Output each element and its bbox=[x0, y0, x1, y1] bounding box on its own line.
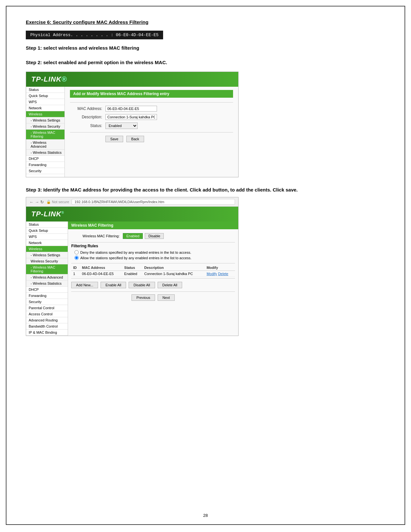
mac-address-label: MAC Address: bbox=[70, 106, 105, 111]
sidebar2-security[interactable]: Security bbox=[26, 299, 68, 305]
sidebar2-wireless-advanced[interactable]: - Wireless Advanced bbox=[26, 274, 68, 281]
sidebar-status-1[interactable]: Status bbox=[26, 87, 64, 93]
cell-mac: 06-E0-4D-04-EE-E5 bbox=[80, 271, 122, 277]
sidebar-network-1[interactable]: Network bbox=[26, 105, 64, 111]
router-main-2: Wireless MAC Filtering Wireless MAC Filt… bbox=[68, 222, 238, 336]
sidebar-security-1[interactable]: Security bbox=[26, 168, 64, 174]
forward-nav-btn[interactable]: → bbox=[35, 200, 39, 204]
sidebar2-wireless-mac[interactable]: - Wireless MAC Filtering bbox=[26, 264, 68, 274]
action-buttons: Add New... Enable All Disable All Delete… bbox=[71, 282, 235, 288]
delete-all-button[interactable]: Delete All bbox=[158, 282, 182, 288]
sidebar2-wireless-security[interactable]: Wireless Security bbox=[26, 258, 68, 264]
add-new-button[interactable]: Add New... bbox=[71, 282, 98, 288]
sidebar-forwarding-1[interactable]: Forwarding bbox=[26, 162, 64, 168]
col-status: Status bbox=[122, 265, 142, 271]
reload-nav-btn[interactable]: ↻ bbox=[40, 200, 44, 204]
next-button[interactable]: Next bbox=[158, 294, 175, 301]
sidebar-wireless-stats-1[interactable]: - Wireless Statistics bbox=[26, 150, 64, 156]
table-row: 1 06-E0-4D-04-EE-E5 Enabled Connection 1… bbox=[71, 271, 235, 277]
sidebar2-bandwidth[interactable]: Bandwidth Control bbox=[26, 323, 68, 330]
mac-table: ID MAC Address Status Description Modify… bbox=[71, 265, 235, 277]
nav-buttons: Previous Next bbox=[71, 294, 236, 301]
cell-status: Enabled bbox=[122, 271, 142, 277]
browser-bar: ← → ↻ 🔓 Not secure 192.168.0.1/BNZRHFFAW… bbox=[26, 197, 238, 207]
page-number: 28 bbox=[203, 513, 208, 518]
router-header-1: TP-LINK® bbox=[26, 72, 238, 87]
router-sidebar-2: Status Quick Setup WPS Network Wireless … bbox=[26, 222, 68, 336]
description-input[interactable] bbox=[105, 114, 157, 120]
sidebar-wireless-security-1[interactable]: - Wireless Security bbox=[26, 123, 64, 130]
modify-link[interactable]: Modify bbox=[207, 272, 217, 276]
status-label: Status: bbox=[70, 123, 105, 128]
col-description: Description bbox=[142, 265, 204, 271]
sidebar-wireless-1[interactable]: Wireless bbox=[26, 111, 64, 117]
router-ui-1: TP-LINK® Status Quick Setup WPS Network … bbox=[26, 72, 239, 177]
enabled-button[interactable]: Enabled bbox=[123, 233, 143, 239]
url-bar[interactable]: 192.168.0.1/BNZRHFFAWUWDlLDA/userRpm/Ind… bbox=[72, 199, 235, 205]
sidebar2-wireless[interactable]: Wireless bbox=[26, 246, 68, 252]
mac-filter-title: Wireless MAC Filtering bbox=[68, 222, 238, 229]
browser-chrome: ← → ↻ 🔓 Not secure 192.168.0.1/BNZRHFFAW… bbox=[26, 197, 239, 336]
cell-modify[interactable]: Modify Delete bbox=[205, 271, 235, 277]
delete-link[interactable]: Delete bbox=[218, 272, 228, 276]
enable-all-button[interactable]: Enable All bbox=[101, 282, 126, 288]
sidebar-wireless-advanced-1[interactable]: - Wireless Advanced bbox=[26, 140, 64, 150]
not-secure-label: 🔓 Not secure bbox=[46, 200, 69, 204]
sidebar2-dhcp[interactable]: DHCP bbox=[26, 287, 68, 293]
tp-text: TP-LINK bbox=[31, 75, 62, 83]
router-main-1: Add or Modify Wireless MAC Address Filte… bbox=[65, 87, 238, 177]
disable-button[interactable]: Disable bbox=[145, 233, 164, 239]
sidebar2-wps[interactable]: WPS bbox=[26, 234, 68, 240]
sidebar2-status[interactable]: Status bbox=[26, 222, 68, 228]
back-button-1[interactable]: Back bbox=[126, 136, 144, 142]
sidebar-quicksetup-1[interactable]: Quick Setup bbox=[26, 93, 64, 99]
mac-table-section: ID MAC Address Status Description Modify… bbox=[68, 265, 238, 277]
sidebar2-access-control[interactable]: Access Control bbox=[26, 311, 68, 317]
sidebar2-wireless-stats[interactable]: - Wireless Statistics bbox=[26, 281, 68, 287]
deny-rule-text: Deny the stations specified by any enabl… bbox=[80, 251, 191, 254]
cmd-block: Physical Address. . . . . . . . : 06-E0-… bbox=[26, 31, 163, 39]
save-button-1[interactable]: Save bbox=[105, 136, 123, 142]
col-mac: MAC Address bbox=[80, 265, 122, 271]
tplink-brand-2: TP-LINK bbox=[31, 210, 62, 218]
col-modify: Modify bbox=[205, 265, 235, 271]
status-select[interactable]: Enabled Disabled bbox=[105, 123, 138, 129]
filtering-rules-title: Filtering Rules bbox=[71, 244, 235, 248]
sidebar2-quicksetup[interactable]: Quick Setup bbox=[26, 228, 68, 234]
sidebar2-network[interactable]: Network bbox=[26, 240, 68, 246]
sidebar2-wireless-settings[interactable]: - Wireless Settings bbox=[26, 252, 68, 258]
sidebar-dhcp-1[interactable]: DHCP bbox=[26, 156, 64, 162]
cell-id: 1 bbox=[71, 271, 80, 277]
sidebar2-ip-mac[interactable]: IP & MAC Binding bbox=[26, 330, 68, 336]
deny-radio[interactable] bbox=[74, 250, 79, 254]
router-header-2: TP-LINK® bbox=[26, 207, 238, 222]
disable-all-button[interactable]: Disable All bbox=[129, 282, 155, 288]
step2-title: Step 2: select enabled and permit option… bbox=[26, 60, 385, 65]
exercise-title: Exercise 6: Security configure MAC Addre… bbox=[26, 19, 385, 25]
sidebar2-parental[interactable]: Parental Control bbox=[26, 305, 68, 311]
step1-title: Step 1: select wireless and wireless MAC… bbox=[26, 45, 385, 51]
sidebar-wireless-mac-1[interactable]: - Wireless MAC Filtering bbox=[26, 130, 64, 140]
back-nav-btn[interactable]: ← bbox=[29, 200, 34, 204]
mac-filter-row-label: Wireless MAC Filtering: bbox=[71, 234, 123, 238]
allow-rule-text: Allow the stations specified by any enab… bbox=[80, 256, 191, 260]
cell-description: Connection 1-Suraj kahdka PC bbox=[142, 271, 204, 277]
link-superscript: ® bbox=[62, 75, 67, 83]
col-id: ID bbox=[71, 265, 80, 271]
previous-button[interactable]: Previous bbox=[132, 294, 155, 301]
description-label: Description: bbox=[70, 115, 105, 119]
step3-title: Step 3: Identify the MAC address for pro… bbox=[26, 187, 385, 192]
filtering-rules-section: Filtering Rules Deny the stations specif… bbox=[68, 244, 238, 260]
sidebar2-advanced-routing[interactable]: Advanced Routing bbox=[26, 317, 68, 323]
router-main-title-1: Add or Modify Wireless MAC Address Filte… bbox=[70, 90, 233, 98]
sidebar2-forwarding[interactable]: Forwarding bbox=[26, 293, 68, 299]
mac-address-input[interactable] bbox=[105, 106, 157, 112]
allow-radio[interactable] bbox=[74, 256, 79, 260]
router-sidebar-1: Status Quick Setup WPS Network Wireless … bbox=[26, 87, 65, 177]
router-ui-2: TP-LINK® Status Quick Setup WPS Network … bbox=[26, 207, 238, 336]
sidebar-wps-1[interactable]: WPS bbox=[26, 99, 64, 105]
sidebar-wireless-settings-1[interactable]: - Wireless Settings bbox=[26, 117, 64, 123]
